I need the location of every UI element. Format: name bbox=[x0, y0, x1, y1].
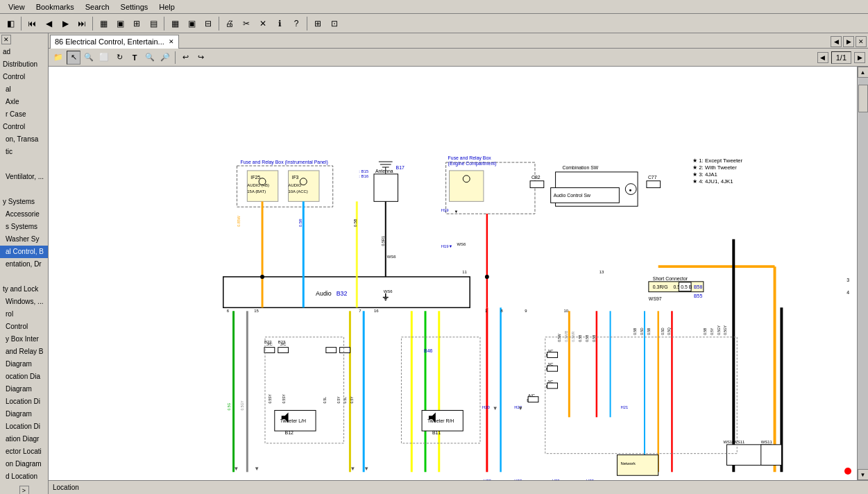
vertical-scrollbar[interactable]: ▲ ▼ bbox=[857, 67, 868, 480]
sidebar-item-21[interactable]: rol bbox=[0, 308, 48, 321]
svg-text:WS6: WS6 bbox=[457, 242, 466, 246]
svg-rect-74 bbox=[264, 348, 275, 353]
cross-btn[interactable]: ✕ bbox=[255, 16, 271, 31]
first-btn[interactable]: ⏮ bbox=[24, 16, 40, 31]
sidebar-item-4[interactable]: Axle bbox=[0, 96, 48, 108]
sidebar-item-1[interactable]: Distribution bbox=[0, 58, 48, 71]
cut-btn[interactable]: ✂ bbox=[239, 16, 254, 31]
sidebar-item-23[interactable]: y Box Inter bbox=[0, 333, 48, 346]
tab-right-btn[interactable]: ▶ bbox=[843, 36, 854, 47]
sidebar-expand-btn[interactable]: > bbox=[19, 486, 29, 494]
folder-btn[interactable]: 📁 bbox=[51, 51, 65, 65]
svg-text:0.5W: 0.5W bbox=[558, 334, 561, 342]
sidebar-item-20[interactable]: Windows, ... bbox=[0, 296, 48, 308]
svg-text:Audio: Audio bbox=[316, 290, 332, 297]
prev-page-btn[interactable]: ◀ bbox=[817, 52, 828, 63]
tab-left-btn[interactable]: ◀ bbox=[831, 36, 842, 47]
search-btn[interactable]: 🔍 bbox=[82, 51, 96, 65]
svg-text:▼: ▼ bbox=[518, 405, 523, 411]
view-btn5[interactable]: ▦ bbox=[167, 16, 182, 31]
sidebar-item-22[interactable]: Control bbox=[0, 321, 48, 333]
view-btn7[interactable]: ⊟ bbox=[201, 16, 216, 31]
sep5 bbox=[307, 17, 307, 31]
sidebar-item-16[interactable]: al Control, B bbox=[0, 246, 48, 258]
menu-settings[interactable]: Settings bbox=[115, 1, 154, 12]
sidebar-item-3[interactable]: al bbox=[0, 83, 48, 96]
view-btn2[interactable]: ▣ bbox=[112, 16, 128, 31]
redo-btn[interactable]: ↪ bbox=[194, 51, 207, 65]
sidebar-item-10[interactable]: Ventilator, ... bbox=[0, 171, 48, 183]
tool-btn1[interactable]: ⊞ bbox=[310, 16, 325, 31]
sidebar-item-25[interactable]: Diagram bbox=[0, 358, 48, 370]
sidebar-item-34[interactable]: d Location bbox=[0, 470, 48, 483]
help-btn[interactable]: ? bbox=[289, 16, 304, 31]
sidebar-item-0[interactable]: ad bbox=[0, 46, 48, 58]
tab-close-btn[interactable]: ✕ bbox=[169, 38, 174, 45]
sidebar-item-9[interactable] bbox=[0, 158, 48, 171]
view-btn6[interactable]: ▣ bbox=[184, 16, 199, 31]
svg-text:Fuse and Relay Box (Instrument: Fuse and Relay Box (Instrumental Panel) bbox=[240, 160, 327, 165]
sidebar-item-24[interactable]: and Relay B bbox=[0, 346, 48, 358]
svg-text:3: 3 bbox=[846, 278, 849, 282]
diagram-tab[interactable]: 86 Electrical Control, Entertain... ✕ bbox=[50, 35, 179, 49]
view-btn3[interactable]: ⊞ bbox=[129, 16, 144, 31]
undo-btn[interactable]: ↩ bbox=[178, 51, 192, 65]
scrollbar-track[interactable] bbox=[858, 78, 869, 469]
svg-text:0.3W/B: 0.3W/B bbox=[565, 330, 568, 342]
scroll-down-btn[interactable]: ▼ bbox=[858, 469, 869, 480]
menu-view[interactable]: View bbox=[3, 1, 31, 12]
svg-text:▼: ▼ bbox=[364, 466, 369, 472]
info-btn[interactable]: ℹ bbox=[272, 16, 287, 31]
view-btn4[interactable]: ▤ bbox=[146, 16, 161, 31]
menu-help[interactable]: Help bbox=[153, 1, 180, 12]
text-btn[interactable]: T bbox=[128, 51, 142, 65]
last-btn[interactable]: ⏭ bbox=[74, 16, 90, 31]
sidebar-item-14[interactable]: s Systems bbox=[0, 221, 48, 233]
tab-close-all-btn[interactable]: ✕ bbox=[856, 36, 867, 47]
print-btn[interactable]: 🖨 bbox=[222, 16, 237, 31]
diagram-canvas[interactable]: ★ 1: Except Tweeter ★ 2: With Tweeter ★ … bbox=[49, 67, 857, 480]
svg-text:B23: B23 bbox=[278, 340, 286, 344]
menu-bookmarks[interactable]: Bookmarks bbox=[31, 1, 80, 12]
next-page-btn[interactable]: ▶ bbox=[854, 52, 865, 63]
sidebar-item-12[interactable]: y Systems bbox=[0, 196, 48, 208]
svg-text:▼: ▼ bbox=[254, 466, 259, 472]
rect-select-btn[interactable]: ⬜ bbox=[97, 51, 111, 65]
svg-text:B17: B17 bbox=[396, 165, 405, 170]
scroll-up-btn[interactable]: ▲ bbox=[858, 67, 869, 78]
scrollbar-thumb[interactable] bbox=[858, 85, 868, 112]
sidebar-collapse-btn[interactable]: ✕ bbox=[1, 35, 11, 44]
zoom-out-btn[interactable]: 🔎 bbox=[158, 51, 172, 65]
sidebar-item-8[interactable]: tic bbox=[0, 146, 48, 158]
sidebar-item-6[interactable]: Control bbox=[0, 121, 48, 133]
forward-btn[interactable]: ▶ bbox=[58, 16, 73, 31]
sidebar-item-32[interactable]: ector Locati bbox=[0, 445, 48, 458]
pointer-btn[interactable]: ↖ bbox=[67, 51, 80, 65]
sidebar-item-28[interactable]: Location Di bbox=[0, 395, 48, 408]
sidebar-item-13[interactable]: Accessorie bbox=[0, 208, 48, 221]
tool-btn2[interactable]: ⊡ bbox=[327, 16, 342, 31]
sidebar-item-15[interactable]: Washer Sy bbox=[0, 233, 48, 246]
rotate-btn[interactable]: ↻ bbox=[112, 51, 126, 65]
zoom-in-btn[interactable]: 🔍 bbox=[143, 51, 157, 65]
sidebar-item-18[interactable] bbox=[0, 271, 48, 283]
sidebar-item-17[interactable]: entation, Dr bbox=[0, 258, 48, 271]
sidebar-item-5[interactable]: r Case bbox=[0, 108, 48, 121]
sidebar-item-30[interactable]: Location Di bbox=[0, 420, 48, 433]
menu-search[interactable]: Search bbox=[80, 1, 115, 12]
svg-text:8: 8 bbox=[501, 309, 504, 313]
sidebar-item-27[interactable]: Diagram bbox=[0, 383, 48, 395]
panel-toggle-btn[interactable]: ◧ bbox=[3, 16, 18, 31]
sidebar-item-19[interactable]: ty and Lock bbox=[0, 283, 48, 296]
back-btn[interactable]: ◀ bbox=[41, 16, 56, 31]
sidebar-item-26[interactable]: ocation Dia bbox=[0, 370, 48, 383]
sidebar-item-11[interactable] bbox=[0, 183, 48, 196]
view-btn1[interactable]: ▦ bbox=[96, 16, 111, 31]
sidebar-item-29[interactable]: Diagram bbox=[0, 408, 48, 420]
diagram-row: ★ 1: Except Tweeter ★ 2: With Tweeter ★ … bbox=[49, 67, 868, 480]
sidebar-item-7[interactable]: on, Transa bbox=[0, 133, 48, 146]
sidebar-item-2[interactable]: Control bbox=[0, 71, 48, 83]
svg-text:0.5Q: 0.5Q bbox=[667, 327, 671, 335]
sidebar-item-33[interactable]: on Diagram bbox=[0, 458, 48, 470]
sidebar-item-31[interactable]: ation Diagr bbox=[0, 433, 48, 445]
